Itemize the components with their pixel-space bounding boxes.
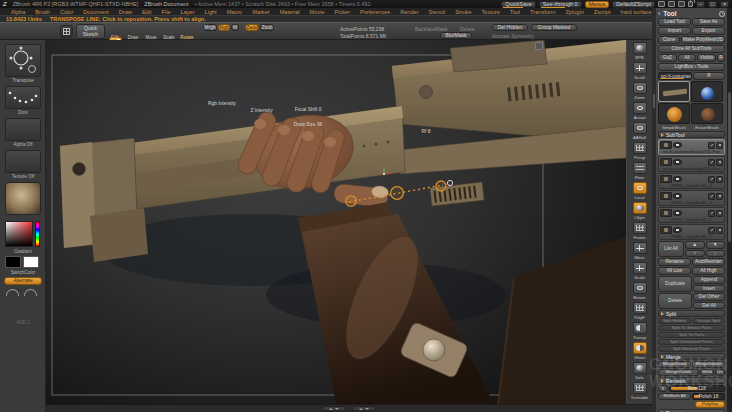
mergevisible-button[interactable]: MergeVisible <box>658 369 699 376</box>
rotate-canvas-button[interactable]: Rotate <box>629 282 651 300</box>
insert-button[interactable]: Insert <box>693 285 725 293</box>
export-button[interactable]: Export <box>692 27 725 35</box>
menu-edit[interactable]: Edit <box>137 9 157 15</box>
subtool-item[interactable]: PM3D_Cylinder3D_2 <box>658 173 725 189</box>
polypaint-brush-icon[interactable] <box>708 142 715 149</box>
delete-button[interactable]: Delete <box>658 293 692 309</box>
bpr-button[interactable]: BPR <box>629 42 651 60</box>
menu-hard-surface[interactable]: hard surface <box>616 9 657 15</box>
weld-button[interactable]: Weld <box>700 369 714 376</box>
rgb-button[interactable]: Rgb <box>218 24 230 31</box>
transpose-end-handle[interactable] <box>447 180 452 185</box>
scroll-button[interactable]: Scroll <box>629 62 651 80</box>
palette-icon[interactable] <box>678 1 685 7</box>
subtool-eye-icon[interactable] <box>716 210 723 217</box>
canvas-corner-icon[interactable] <box>535 42 543 50</box>
del-all-button[interactable]: Del All <box>693 302 725 310</box>
menu-brush[interactable]: Brush <box>30 9 55 15</box>
menu-document[interactable]: Document <box>78 9 114 15</box>
menu-macro[interactable]: Macro <box>222 9 248 15</box>
polypaint-brush-icon[interactable] <box>708 227 715 234</box>
polypaint-brush-icon[interactable] <box>708 193 715 200</box>
texture-thumbnail[interactable] <box>5 150 41 173</box>
main-color-swatch[interactable] <box>5 256 21 268</box>
menu-zscript[interactable]: Zscript <box>589 9 616 15</box>
current-brush-thumbnail[interactable] <box>5 44 41 77</box>
del-other-button[interactable]: Del Other <box>693 293 725 301</box>
collapse-chevron-icon[interactable]: ‹ <box>658 10 660 17</box>
rgb-intensity-slider[interactable]: Rgb Intensity <box>203 100 241 107</box>
uv-button[interactable]: Uv <box>715 369 725 376</box>
rename-button[interactable]: Rename <box>658 258 691 266</box>
monitor-2-icon[interactable] <box>668 1 675 7</box>
zsub-button[interactable]: Zsub <box>260 24 274 31</box>
split-unmasked-button[interactable]: Split Unmasked Points <box>658 339 725 345</box>
subtool-item[interactable]: PM3D_Cylinder3D_2 <box>658 207 725 223</box>
mergesimilar-button[interactable]: MergeSimilar <box>692 361 725 368</box>
remesh-all-button[interactable]: ReMesh All <box>658 393 691 400</box>
menu-material[interactable]: Material <box>275 9 305 15</box>
merge-section-header[interactable]: Merge <box>658 353 725 360</box>
quicksave-button[interactable]: QuickSave <box>501 1 536 8</box>
all-low-button[interactable]: All Low <box>658 267 691 275</box>
subtool-eye-icon[interactable] <box>716 193 723 200</box>
transpose-mid-ring[interactable] <box>391 187 404 200</box>
alpha-thumbnail[interactable] <box>5 118 41 141</box>
split-hidden-button[interactable]: Split Hidden <box>658 318 691 324</box>
polypaint-brush-icon[interactable] <box>708 176 715 183</box>
menu-draw[interactable]: Draw <box>114 9 137 15</box>
persp-button[interactable]: Persp <box>629 142 651 160</box>
local-button[interactable]: Local <box>629 182 651 200</box>
menu-color[interactable]: Color <box>55 9 78 15</box>
solo-button[interactable]: Solo <box>629 362 651 380</box>
menu-texture[interactable]: Texture <box>477 9 505 15</box>
split-masked-button[interactable]: Split Masked Points <box>658 346 725 352</box>
menu-zplugin[interactable]: Zplugin <box>560 9 588 15</box>
subtool-item[interactable]: sci-fi-costumedesignDVD-Fan <box>658 156 725 172</box>
tool-thumbnail-simplebrush[interactable] <box>658 103 690 124</box>
menus-toggle-button[interactable]: Menus <box>585 1 610 8</box>
subtool-item[interactable]: PM3D_Cylinder3D_7 <box>658 224 725 240</box>
subtool-top-button[interactable]: ↑ <box>685 250 705 258</box>
save-as-button[interactable]: Save As <box>692 18 725 26</box>
menu-alpha[interactable]: Alpha <box>6 9 30 15</box>
menu-stencil[interactable]: Stencil <box>424 9 451 15</box>
all-high-button[interactable]: All High <box>692 267 725 275</box>
panel-scrollbar[interactable] <box>727 8 732 412</box>
scale-canvas-button[interactable]: Scale <box>629 262 651 280</box>
load-tool-button[interactable]: Load Tool <box>658 18 691 26</box>
color-picker[interactable] <box>5 221 33 247</box>
polypaint-brush-icon[interactable] <box>708 210 715 217</box>
blur-mask-button[interactable]: BlurMask <box>440 32 472 39</box>
lsym-button[interactable]: LSym <box>629 202 651 220</box>
maximize-button[interactable]: □ <box>708 1 717 8</box>
aahalf-button[interactable]: AAHalf <box>629 122 651 140</box>
menu-light[interactable]: Light <box>200 9 222 15</box>
visibility-eye-icon[interactable] <box>673 159 682 165</box>
material-thumbnail[interactable] <box>5 182 41 215</box>
list-all-button[interactable]: List All <box>658 241 684 257</box>
quick-sketch-button[interactable]: Quick Sketch <box>76 24 105 39</box>
ghost-button[interactable]: Ghost <box>629 342 651 360</box>
document-canvas[interactable] <box>46 40 626 404</box>
menu-layer[interactable]: Layer <box>176 9 200 15</box>
tray-toggle-handle[interactable] <box>322 406 346 411</box>
stroke-thumbnail[interactable] <box>5 86 41 109</box>
model-viewport[interactable] <box>46 40 626 404</box>
polypaint-brush-icon[interactable] <box>708 159 715 166</box>
zoom-button[interactable]: Zoom <box>629 82 651 100</box>
visibility-eye-icon[interactable] <box>673 142 682 148</box>
hue-strip[interactable] <box>35 221 40 247</box>
subtool-down-button[interactable]: ▼ <box>706 241 726 249</box>
del-hidden-button[interactable]: Del Hidden <box>492 24 528 31</box>
clone-all-subtools-button[interactable]: Clone All SubTools <box>658 45 725 53</box>
minimize-button[interactable]: − <box>696 1 705 8</box>
append-button[interactable]: Append <box>693 276 725 284</box>
scrollbar-thumb[interactable] <box>728 92 731 242</box>
polygrp-button[interactable]: PolyGrp <box>695 401 725 408</box>
import-button[interactable]: Import <box>658 27 691 35</box>
floor-button[interactable]: Floor <box>629 162 651 180</box>
tool-thumbnail-sphere[interactable] <box>691 81 723 102</box>
goz-visible-button[interactable]: Visible <box>697 54 716 62</box>
clone-button[interactable]: Clone <box>658 36 680 44</box>
